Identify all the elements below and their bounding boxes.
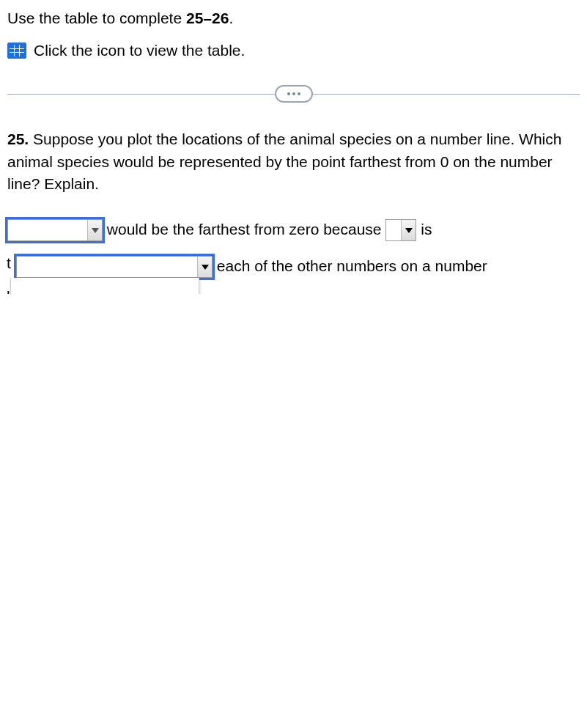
answer-text-3: each of the other numbers on a number (213, 257, 487, 274)
view-table-text: Click the icon to view the table. (34, 42, 245, 59)
reason-dropdown-2-value (17, 257, 197, 277)
reason-dropdown-1-value (386, 220, 401, 240)
question-text: Suppose you plot the locations of the an… (7, 130, 561, 192)
species-dropdown-value (8, 220, 87, 240)
truncated-char-1: t (7, 247, 11, 279)
instruction-prefix: Use the table to complete (7, 10, 186, 26)
reason-dropdown-1[interactable] (385, 219, 416, 241)
dropdown-option[interactable]: Species C (11, 291, 199, 294)
section-divider (7, 84, 580, 103)
instruction-line: Use the table to complete 25–26. (7, 7, 580, 29)
reason-dropdown-2[interactable] (16, 256, 213, 278)
table-icon[interactable] (7, 43, 26, 59)
question-number: 25. (7, 130, 29, 147)
divider-expand-button[interactable] (275, 85, 313, 103)
instruction-suffix: . (229, 10, 233, 26)
answer-area: would be the farthest from zero because … (7, 213, 580, 282)
svg-marker-1 (405, 228, 413, 233)
instruction-bold: 25–26 (186, 10, 229, 26)
chevron-down-icon (87, 220, 102, 240)
truncated-char-2: l (7, 281, 10, 294)
question-25: 25. Suppose you plot the locations of th… (7, 128, 580, 195)
svg-marker-2 (202, 265, 209, 270)
species-dropdown[interactable] (7, 219, 103, 241)
answer-text-1: would be the farthest from zero because (103, 221, 385, 238)
chevron-down-icon (401, 220, 416, 240)
chevron-down-icon (197, 257, 212, 277)
table-icon-row: Click the icon to view the table. (7, 42, 580, 59)
species-dropdown-options: Species C Species B Species A Species F … (10, 278, 199, 294)
svg-marker-0 (92, 228, 99, 233)
answer-text-2: is (416, 221, 432, 238)
